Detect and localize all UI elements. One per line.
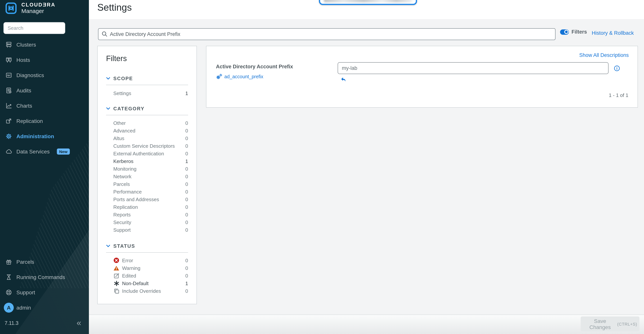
category-section-header[interactable]: CATEGORY [106, 106, 188, 112]
autofill-popup[interactable] [319, 0, 417, 5]
filter-item[interactable]: Non-Default 1 [106, 279, 188, 287]
sidebar-item-audits[interactable]: Audits [0, 83, 89, 98]
sidebar-item-clusters[interactable]: Clusters [0, 37, 89, 52]
avatar: A [4, 303, 14, 313]
gears-icon [216, 73, 222, 80]
filter-item[interactable]: Warning 0 [106, 264, 188, 272]
filters-toggle-label: Filters [572, 29, 587, 35]
scope-section-header[interactable]: SCOPE [106, 76, 188, 81]
error-icon [113, 257, 120, 263]
filters-panel-title: Filters [106, 54, 196, 63]
app-logo[interactable]: CLOUDƎRA Manager [5, 2, 56, 14]
filter-item-label: Support [113, 227, 183, 233]
filter-item[interactable]: Settings 1 [106, 89, 188, 97]
filter-item-label: Advanced [113, 128, 183, 133]
sidebar-item-data-services[interactable]: Data Services New [0, 144, 89, 159]
filter-item[interactable]: Altus0 [106, 134, 188, 142]
filter-item[interactable]: Parcels0 [106, 180, 188, 188]
sidebar-item-label: Hosts [16, 57, 30, 63]
filter-item[interactable]: Error 0 [106, 256, 188, 264]
cloudera-manager-app: CLOUDƎRA Manager Clusters [0, 0, 644, 334]
filter-item[interactable]: Performance0 [106, 188, 188, 195]
filter-item[interactable]: Network0 [106, 173, 188, 180]
autofill-popup-content [324, 0, 412, 2]
brand-line-1: CLOUDƎRA [21, 2, 56, 8]
history-rollback-link[interactable]: History & Rollback [592, 30, 634, 36]
sidebar-item-support[interactable]: Support [0, 285, 89, 300]
non-default-icon [113, 280, 120, 286]
filter-item[interactable]: Kerberos1 [106, 157, 188, 165]
settings-search [98, 28, 556, 40]
sidebar-item-charts[interactable]: Charts [0, 98, 89, 113]
setting-value-field [338, 62, 608, 74]
cloudera-logo-icon [5, 2, 17, 14]
sidebar-item-label: Clusters [16, 42, 36, 48]
setting-value-input[interactable] [338, 62, 608, 74]
gear-icon [5, 133, 12, 140]
filter-item[interactable]: Security0 [106, 218, 188, 226]
brand-line-2: Manager [21, 8, 56, 14]
filters-panel: Filters SCOPE Settings 1 [97, 46, 197, 304]
filter-item-count: 0 [183, 151, 188, 156]
setting-property: ad_account_prefix [216, 73, 263, 80]
setting-property-link[interactable]: ad_account_prefix [224, 74, 263, 79]
divider [106, 115, 188, 115]
settings-results-card: Show All Descriptions Active Directory A… [206, 46, 638, 108]
filter-item-label: Warning [122, 265, 183, 271]
filter-item[interactable]: Edited 0 [106, 272, 188, 279]
filter-item[interactable]: Ports and Addresses0 [106, 195, 188, 203]
filter-item-count: 0 [183, 120, 188, 126]
save-changes-button[interactable]: Save Changes(CTRL+S) [581, 316, 640, 331]
undo-icon[interactable] [341, 77, 346, 82]
filter-item-count: 0 [183, 265, 188, 271]
filter-item[interactable]: Include Overrides 0 [106, 287, 188, 295]
sidebar-item-diagnostics[interactable]: Diagnostics [0, 68, 89, 83]
sidebar-item-running-commands[interactable]: Running Commands [0, 269, 89, 285]
setting-label: Active Directory Account Prefix [216, 64, 293, 70]
show-all-descriptions-link[interactable]: Show All Descriptions [579, 52, 629, 58]
filter-item[interactable]: Reports0 [106, 211, 188, 218]
sidebar-item-admin-user[interactable]: A admin [0, 300, 89, 315]
filter-item[interactable]: Custom Service Descriptors0 [106, 142, 188, 150]
filter-item-count: 0 [183, 227, 188, 233]
filter-item-label: Edited [122, 273, 183, 278]
divider [106, 85, 188, 85]
filter-item-label: Performance [113, 189, 183, 194]
replication-icon [5, 118, 12, 124]
chevron-down-icon [106, 244, 110, 248]
sidebar-bottom-nav: Parcels Running Commands [0, 254, 89, 315]
sidebar-item-hosts[interactable]: Hosts [0, 52, 89, 68]
filter-item[interactable]: Replication0 [106, 203, 188, 211]
filter-item[interactable]: External Authentication0 [106, 150, 188, 157]
sidebar-item-administration[interactable]: Administration [0, 129, 89, 144]
collapse-sidebar-icon[interactable]: « [77, 318, 82, 328]
filter-item-label: Kerberos [113, 158, 183, 164]
save-changes-label: Save Changes [583, 318, 617, 330]
category-section-label: CATEGORY [113, 106, 144, 112]
filter-item-label: Parcels [113, 181, 183, 187]
sidebar: CLOUDƎRA Manager Clusters [0, 0, 89, 334]
filter-item-label: Other [113, 120, 183, 126]
filter-item[interactable]: Monitoring0 [106, 165, 188, 173]
filter-item[interactable]: Other0 [106, 119, 188, 127]
charts-icon [5, 102, 12, 109]
filter-item[interactable]: Support0 [106, 226, 188, 234]
sidebar-item-label: Charts [16, 103, 32, 109]
filters-toggle[interactable]: Filters [560, 29, 587, 35]
filter-item-label: Ports and Addresses [113, 196, 183, 202]
filter-item-count: 0 [183, 196, 188, 202]
filter-item-label: Settings [113, 90, 183, 96]
status-section-header[interactable]: STATUS [106, 243, 188, 249]
gift-icon [5, 258, 12, 265]
sidebar-item-parcels[interactable]: Parcels [0, 254, 89, 269]
filter-item-label: Include Overrides [122, 288, 183, 294]
sidebar-item-label: Support [16, 289, 35, 295]
sidebar-search-input[interactable] [4, 22, 65, 34]
info-icon[interactable] [614, 65, 620, 71]
settings-search-input[interactable] [98, 28, 556, 40]
filter-item[interactable]: Advanced0 [106, 127, 188, 134]
filter-item-count: 1 [183, 280, 188, 286]
pagination-label: 1 - 1 of 1 [609, 92, 628, 98]
warning-icon [113, 265, 120, 271]
sidebar-item-replication[interactable]: Replication [0, 113, 89, 129]
